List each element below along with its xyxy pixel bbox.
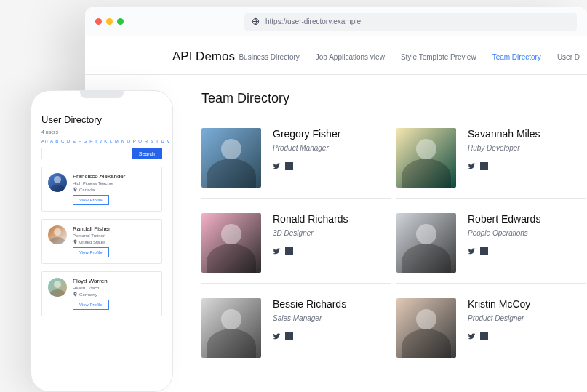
- nav-item[interactable]: User D: [557, 53, 580, 61]
- member-name: Savannah Miles: [468, 128, 540, 140]
- card-info: Ronald Richards 3D Designer: [273, 213, 348, 273]
- search-button[interactable]: Search: [132, 148, 162, 159]
- pin-icon: [73, 187, 78, 192]
- avatar: [201, 298, 261, 358]
- member-name: Gregory Fisher: [273, 128, 340, 140]
- avatar: [48, 225, 67, 244]
- twitter-icon[interactable]: [273, 247, 281, 255]
- team-card: Savannah Miles Ruby Developer: [396, 124, 586, 199]
- avatar: [201, 128, 261, 188]
- social-icons: [273, 162, 340, 170]
- team-grid: Gregory Fisher Product Manager Savannah …: [201, 124, 587, 378]
- pin-icon: [73, 239, 78, 244]
- site-header: API Demos Business DirectoryJob Applicat…: [85, 49, 587, 75]
- top-nav: Business DirectoryJob Applications viewS…: [239, 53, 587, 61]
- avatar: [396, 213, 456, 273]
- social-icons: [468, 332, 530, 340]
- view-profile-button[interactable]: View Profile: [73, 300, 109, 310]
- url-text: https://user-directory.example: [265, 17, 361, 25]
- user-list: Francisco Alexander High Fitness Teacher…: [41, 167, 162, 316]
- linkedin-icon[interactable]: [285, 247, 293, 255]
- member-name: Kristin McCoy: [468, 298, 530, 310]
- avatar: [201, 213, 261, 273]
- user-name: Francisco Alexander: [73, 173, 125, 180]
- phone-mockup: User Directory 4 users All A B C D E F G…: [31, 90, 173, 392]
- social-icons: [273, 247, 348, 255]
- social-icons: [468, 247, 540, 255]
- member-role: 3D Designer: [273, 229, 348, 237]
- team-card: Bessie Richards Sales Manager: [201, 294, 391, 368]
- linkedin-icon[interactable]: [480, 162, 488, 170]
- twitter-icon[interactable]: [273, 332, 281, 340]
- user-role: Personal Trainer: [73, 233, 111, 238]
- member-name: Bessie Richards: [273, 298, 346, 310]
- card-info: Kristin McCoy Product Designer: [468, 298, 530, 358]
- linkedin-icon[interactable]: [285, 332, 293, 340]
- member-name: Ronald Richards: [273, 213, 348, 225]
- card-info: Robert Edwards People Operations: [468, 213, 540, 273]
- nav-item[interactable]: Job Applications view: [316, 53, 385, 61]
- team-card: Ronald Richards 3D Designer: [201, 209, 391, 284]
- browser-toolbar: https://user-directory.example: [85, 7, 587, 36]
- user-location: Canada: [73, 187, 125, 192]
- member-role: Sales Manager: [273, 314, 346, 322]
- member-name: Robert Edwards: [468, 213, 540, 225]
- user-role: High Fitness Teacher: [73, 181, 125, 185]
- view-profile-button[interactable]: View Profile: [73, 247, 109, 257]
- avatar: [48, 278, 67, 297]
- member-role: Product Designer: [468, 314, 530, 322]
- twitter-icon[interactable]: [273, 162, 281, 170]
- phone-title: User Directory: [41, 114, 162, 125]
- user-count: 4 users: [41, 129, 162, 135]
- team-card: Robert Edwards People Operations: [396, 209, 586, 284]
- card-info: Bessie Richards Sales Manager: [273, 298, 346, 358]
- avatar: [48, 173, 67, 192]
- phone-content: User Directory 4 users All A B C D E F G…: [31, 105, 172, 316]
- linkedin-icon[interactable]: [285, 162, 293, 170]
- close-traffic-light[interactable]: [95, 18, 102, 25]
- card-info: Savannah Miles Ruby Developer: [468, 128, 540, 188]
- team-card: Gregory Fisher Product Manager: [201, 124, 391, 199]
- user-card: Randall Fisher Personal Trainer United S…: [41, 219, 162, 264]
- user-role: Health Coach: [73, 286, 108, 290]
- search-input[interactable]: [41, 148, 132, 159]
- url-bar[interactable]: https://user-directory.example: [244, 13, 577, 31]
- phone-notch: [80, 91, 124, 98]
- view-profile-button[interactable]: View Profile: [73, 195, 109, 205]
- nav-item[interactable]: Style Template Preview: [401, 53, 476, 61]
- zoom-traffic-light[interactable]: [117, 18, 124, 25]
- user-location: United States: [73, 239, 111, 244]
- member-role: Ruby Developer: [468, 144, 540, 152]
- phone-notch-row: [31, 91, 172, 105]
- social-icons: [273, 332, 346, 340]
- twitter-icon[interactable]: [468, 247, 476, 255]
- team-card: Kristin McCoy Product Designer: [396, 294, 586, 368]
- nav-item[interactable]: Business Directory: [239, 53, 299, 61]
- social-icons: [468, 162, 540, 170]
- twitter-icon[interactable]: [468, 162, 476, 170]
- user-card: Floyd Warren Health Coach Germany View P…: [41, 271, 162, 316]
- user-name: Floyd Warren: [73, 278, 108, 284]
- user-name: Randall Fisher: [73, 225, 111, 232]
- member-role: Product Manager: [273, 144, 340, 152]
- avatar: [396, 298, 456, 358]
- site-brand: API Demos: [172, 49, 235, 64]
- globe-icon: [252, 17, 260, 25]
- member-role: People Operations: [468, 229, 540, 237]
- avatar: [396, 128, 456, 188]
- pin-icon: [73, 292, 78, 297]
- nav-item[interactable]: Team Directory: [492, 53, 541, 61]
- card-info: Gregory Fisher Product Manager: [273, 128, 340, 188]
- alpha-filter[interactable]: All A B C D E F G H I J K L M N O P Q R …: [41, 139, 162, 143]
- search-row: Search: [41, 148, 162, 159]
- page-title: Team Directory: [201, 91, 587, 106]
- user-location: Germany: [73, 292, 108, 297]
- linkedin-icon[interactable]: [480, 247, 488, 255]
- linkedin-icon[interactable]: [480, 332, 488, 340]
- minimize-traffic-light[interactable]: [106, 18, 113, 25]
- user-card: Francisco Alexander High Fitness Teacher…: [41, 167, 162, 212]
- twitter-icon[interactable]: [468, 332, 476, 340]
